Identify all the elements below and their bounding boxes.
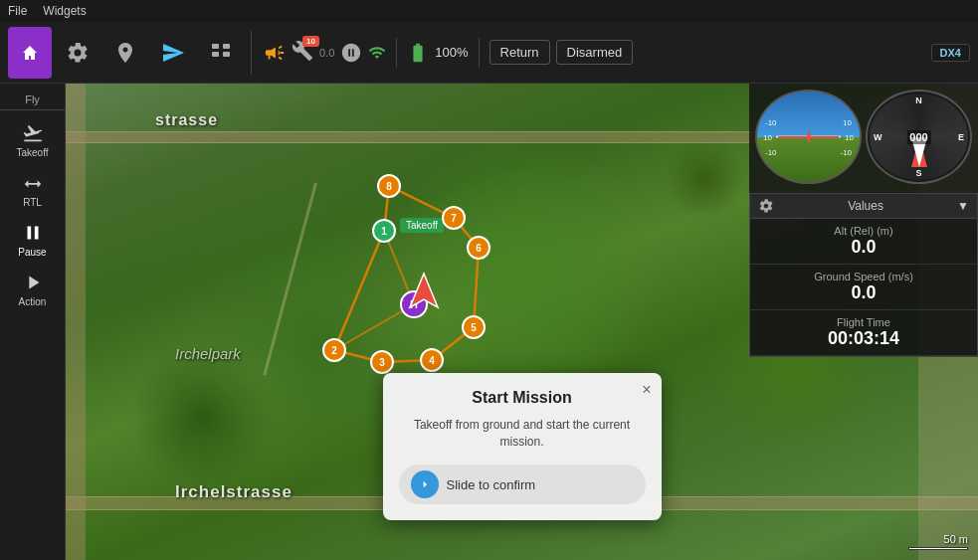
rtl-label: RTL bbox=[23, 197, 42, 208]
main-content: Fly Takeoff RTL Pause Action bbox=[0, 84, 978, 560]
dialog-slide-btn[interactable]: Slide to confirm bbox=[399, 465, 646, 504]
svg-rect-3 bbox=[212, 52, 219, 57]
toolbar-btn-analyze[interactable] bbox=[199, 27, 243, 79]
waypoint-8[interactable]: 8 bbox=[377, 174, 401, 198]
horizon-bottom-ticks: -10 -10 bbox=[757, 148, 860, 157]
waypoint-3[interactable]: 3 bbox=[370, 350, 394, 374]
signal-value: 0.0 bbox=[319, 47, 334, 59]
compass-east: E bbox=[958, 132, 964, 142]
pause-icon bbox=[22, 222, 44, 244]
svg-marker-7 bbox=[410, 274, 438, 307]
toolbar: 10 0.0 100% Return Disarmed DX4 bbox=[0, 22, 978, 84]
signal-bars-icon bbox=[368, 44, 386, 62]
sidebar-pause-btn[interactable]: Pause bbox=[5, 216, 61, 264]
horizon-red-line bbox=[778, 136, 840, 138]
horizon-top-ticks: -10 10 bbox=[757, 118, 860, 127]
compass-heading: 000 bbox=[906, 130, 930, 144]
battery-icon bbox=[407, 42, 429, 64]
svg-rect-1 bbox=[212, 44, 219, 49]
speed-value: 0.0 bbox=[760, 282, 967, 303]
toolbar-divider-2 bbox=[396, 38, 397, 68]
horizon-sky bbox=[757, 92, 860, 137]
menu-widgets[interactable]: Widgets bbox=[43, 4, 86, 18]
values-row-flight-time: Flight Time 00:03:14 bbox=[750, 310, 977, 356]
action-label: Action bbox=[19, 296, 47, 307]
mission-dialog: × Start Mission Takeoff from ground and … bbox=[383, 373, 662, 520]
megaphone-icon bbox=[264, 42, 286, 64]
compass-west: W bbox=[874, 132, 882, 142]
slide-label: Slide to confirm bbox=[447, 477, 536, 492]
right-panel: -10 10 10 10 -10 -10 N bbox=[749, 84, 978, 357]
waypoint-6[interactable]: 6 bbox=[467, 236, 490, 260]
scale-bar: 50 m bbox=[908, 533, 968, 550]
drone-marker[interactable] bbox=[408, 272, 440, 313]
toolbar-divider-3 bbox=[479, 38, 480, 68]
waypoint-1[interactable]: 1 bbox=[372, 219, 396, 243]
menu-bar: File Widgets bbox=[0, 0, 978, 22]
sidebar-action-btn[interactable]: Action bbox=[5, 266, 61, 313]
logo-box: DX4 bbox=[931, 44, 970, 62]
scale-line bbox=[908, 547, 968, 550]
fly-icon bbox=[161, 41, 185, 65]
waypoint-2[interactable]: 2 bbox=[322, 338, 346, 362]
left-road bbox=[66, 84, 86, 560]
mode-button[interactable]: Return bbox=[489, 40, 550, 65]
sidebar-takeoff-btn[interactable]: Takeoff bbox=[5, 116, 61, 164]
dialog-close-btn[interactable]: × bbox=[642, 381, 651, 399]
values-header: Values ▼ bbox=[750, 194, 977, 219]
battery-value: 100% bbox=[435, 45, 468, 60]
dialog-title: Start Mission bbox=[399, 389, 646, 407]
toolbar-btn-settings[interactable] bbox=[56, 27, 99, 79]
values-row-speed: Ground Speed (m/s) 0.0 bbox=[750, 265, 977, 310]
drone-arrow-icon bbox=[408, 272, 440, 309]
scale-label: 50 m bbox=[944, 533, 968, 545]
values-dropdown-btn[interactable]: ▼ bbox=[957, 199, 969, 213]
horizon-ground bbox=[757, 137, 860, 183]
speed-label: Ground Speed (m/s) bbox=[760, 271, 967, 282]
takeoff-icon bbox=[22, 122, 44, 144]
takeoff-label: Takeoff bbox=[16, 147, 48, 158]
analyze-icon bbox=[209, 41, 233, 65]
dialog-description: Takeoff from ground and start the curren… bbox=[399, 417, 646, 451]
values-title: Values bbox=[780, 199, 951, 213]
menu-file[interactable]: File bbox=[8, 4, 27, 18]
flight-time-label: Flight Time bbox=[760, 316, 967, 328]
alt-label: Alt (Rel) (m) bbox=[760, 225, 967, 237]
toolbar-right: DX4 bbox=[931, 44, 970, 62]
values-settings-icon[interactable] bbox=[758, 198, 774, 214]
slide-arrow-icon bbox=[411, 470, 439, 498]
compass-north: N bbox=[915, 95, 922, 105]
pause-label: Pause bbox=[18, 247, 46, 258]
action-icon bbox=[22, 272, 44, 293]
sidebar: Fly Takeoff RTL Pause Action bbox=[0, 84, 66, 560]
waypoint-7[interactable]: 7 bbox=[442, 206, 466, 230]
horizon-instrument: -10 10 10 10 -10 -10 bbox=[755, 90, 862, 184]
values-panel: Values ▼ Alt (Rel) (m) 0.0 Ground Speed … bbox=[749, 193, 978, 357]
svg-rect-2 bbox=[223, 44, 230, 49]
compass-instrument: N S E W 000 bbox=[866, 90, 972, 184]
gear-icon bbox=[66, 41, 90, 65]
sidebar-label: Fly bbox=[0, 90, 65, 110]
toolbar-btn-plan[interactable] bbox=[103, 27, 147, 79]
alt-value: 0.0 bbox=[760, 237, 967, 258]
sidebar-rtl-btn[interactable]: RTL bbox=[5, 166, 61, 214]
toolbar-status: 10 0.0 100% Return Disarmed bbox=[264, 38, 633, 68]
plan-icon bbox=[113, 41, 137, 65]
home-icon bbox=[18, 41, 42, 65]
svg-rect-4 bbox=[223, 52, 230, 57]
compass-south: S bbox=[915, 168, 921, 178]
flight-time-value: 00:03:14 bbox=[760, 328, 967, 349]
signal-count-badge: 10 bbox=[302, 36, 319, 47]
waypoint-4[interactable]: 4 bbox=[420, 348, 444, 372]
rtl-icon bbox=[22, 172, 44, 194]
armed-button[interactable]: Disarmed bbox=[556, 40, 634, 65]
antenna-icon bbox=[340, 42, 362, 64]
waypoint-5[interactable]: 5 bbox=[462, 315, 486, 339]
instruments-panel: -10 10 10 10 -10 -10 N bbox=[749, 84, 978, 193]
toolbar-btn-home[interactable] bbox=[8, 27, 52, 79]
toolbar-divider-1 bbox=[251, 31, 252, 75]
toolbar-btn-fly[interactable] bbox=[151, 27, 195, 79]
wrench-container: 10 bbox=[292, 40, 313, 65]
values-row-alt: Alt (Rel) (m) 0.0 bbox=[750, 219, 977, 265]
